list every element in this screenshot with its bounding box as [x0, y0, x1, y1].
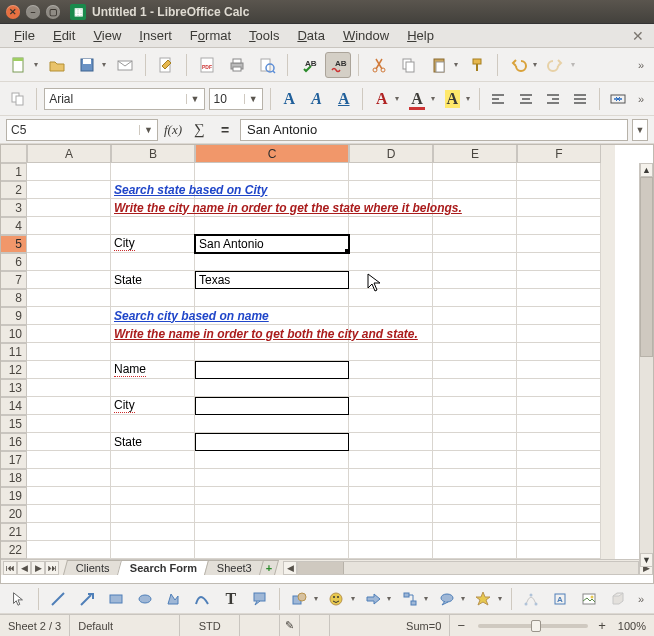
menu-window[interactable]: Window: [335, 25, 397, 46]
row-header-17[interactable]: 17: [1, 451, 27, 469]
zoom-slider[interactable]: [478, 624, 588, 628]
cell-F2[interactable]: [517, 181, 601, 199]
name-box[interactable]: C5▼: [6, 119, 158, 141]
highlight-button[interactable]: A: [405, 86, 428, 112]
export-pdf-button[interactable]: PDF: [194, 52, 220, 78]
cell-D19[interactable]: [349, 487, 433, 505]
cell-A13[interactable]: [27, 379, 111, 397]
cell-D14[interactable]: [349, 397, 433, 415]
extrusion-button[interactable]: [605, 586, 630, 612]
line-tool-button[interactable]: [46, 586, 71, 612]
menu-file[interactable]: File: [6, 25, 43, 46]
cell-C13[interactable]: [195, 379, 349, 397]
flowchart-button[interactable]: [397, 586, 422, 612]
edit-button[interactable]: [153, 52, 179, 78]
row-header-16[interactable]: 16: [1, 433, 27, 451]
col-header-F[interactable]: F: [517, 145, 601, 163]
cell-B1[interactable]: [111, 163, 195, 181]
cell-A3[interactable]: [27, 199, 111, 217]
cell-C18[interactable]: [195, 469, 349, 487]
cell-B5[interactable]: City: [111, 235, 195, 253]
align-center-button[interactable]: [514, 86, 537, 112]
cell-C21[interactable]: [195, 523, 349, 541]
new-button[interactable]: [6, 52, 32, 78]
arrow-line-tool-button[interactable]: [75, 586, 100, 612]
cell-E11[interactable]: [433, 343, 517, 361]
cell-A22[interactable]: [27, 541, 111, 559]
cell-E9[interactable]: [433, 307, 517, 325]
underline-button[interactable]: A: [332, 86, 355, 112]
align-right-button[interactable]: [541, 86, 564, 112]
cell-F19[interactable]: [517, 487, 601, 505]
scroll-left-button[interactable]: ◀: [283, 561, 297, 575]
cell-E19[interactable]: [433, 487, 517, 505]
cell-E8[interactable]: [433, 289, 517, 307]
basic-shapes-button[interactable]: [287, 586, 312, 612]
cell-B13[interactable]: [111, 379, 195, 397]
cell-B10[interactable]: Write the name in order to get both the …: [111, 325, 195, 343]
cell-F10[interactable]: [517, 325, 601, 343]
auto-spellcheck-button[interactable]: ABC: [325, 52, 351, 78]
tab-prev-button[interactable]: ◀: [17, 561, 31, 575]
copy-button[interactable]: [396, 52, 422, 78]
add-sheet-button[interactable]: +: [259, 560, 279, 575]
cell-F18[interactable]: [517, 469, 601, 487]
align-justify-button[interactable]: [569, 86, 592, 112]
cell-A21[interactable]: [27, 523, 111, 541]
text-tool-button[interactable]: T: [219, 586, 244, 612]
cell-F5[interactable]: [517, 235, 601, 253]
cell-C14[interactable]: [195, 397, 349, 415]
cell-E4[interactable]: [433, 217, 517, 235]
cell-B6[interactable]: [111, 253, 195, 271]
cell-F7[interactable]: [517, 271, 601, 289]
menu-tools[interactable]: Tools: [241, 25, 287, 46]
col-header-B[interactable]: B: [111, 145, 195, 163]
bold-button[interactable]: A: [278, 86, 301, 112]
menu-view[interactable]: View: [85, 25, 129, 46]
zoom-in-button[interactable]: +: [594, 618, 610, 633]
row-header-13[interactable]: 13: [1, 379, 27, 397]
cell-A4[interactable]: [27, 217, 111, 235]
cell-D16[interactable]: [349, 433, 433, 451]
cell-C16[interactable]: [195, 433, 349, 451]
cell-F21[interactable]: [517, 523, 601, 541]
cell-A10[interactable]: [27, 325, 111, 343]
row-header-14[interactable]: 14: [1, 397, 27, 415]
undo-button[interactable]: [505, 52, 531, 78]
cell-C12[interactable]: [195, 361, 349, 379]
cell-A9[interactable]: [27, 307, 111, 325]
cell-F11[interactable]: [517, 343, 601, 361]
cell-F20[interactable]: [517, 505, 601, 523]
row-header-8[interactable]: 8: [1, 289, 27, 307]
cell-A5[interactable]: [27, 235, 111, 253]
toolbar-overflow-button[interactable]: »: [634, 593, 648, 605]
cell-E5[interactable]: [433, 235, 517, 253]
spellcheck-button[interactable]: ABC: [295, 52, 321, 78]
window-maximize-button[interactable]: ▢: [46, 5, 60, 19]
cell-D5[interactable]: [349, 235, 433, 253]
cell-B19[interactable]: [111, 487, 195, 505]
points-button[interactable]: [519, 586, 544, 612]
row-header-19[interactable]: 19: [1, 487, 27, 505]
cell-C15[interactable]: [195, 415, 349, 433]
cell-B12[interactable]: Name: [111, 361, 195, 379]
row-header-3[interactable]: 3: [1, 199, 27, 217]
status-sheet[interactable]: Sheet 2 / 3: [0, 615, 70, 636]
cell-A11[interactable]: [27, 343, 111, 361]
sheet-tab-search form[interactable]: Search Form: [117, 560, 210, 575]
symbol-shapes-button[interactable]: [324, 586, 349, 612]
row-header-1[interactable]: 1: [1, 163, 27, 181]
cell-B8[interactable]: [111, 289, 195, 307]
cell-C22[interactable]: [195, 541, 349, 559]
cell-B9[interactable]: Search city based on name: [111, 307, 195, 325]
callout-tool-button[interactable]: [247, 586, 272, 612]
status-signature[interactable]: [300, 615, 330, 636]
cell-F1[interactable]: [517, 163, 601, 181]
row-header-6[interactable]: 6: [1, 253, 27, 271]
window-minimize-button[interactable]: –: [26, 5, 40, 19]
cell-E18[interactable]: [433, 469, 517, 487]
row-header-9[interactable]: 9: [1, 307, 27, 325]
tab-last-button[interactable]: ⏭: [45, 561, 59, 575]
row-header-7[interactable]: 7: [1, 271, 27, 289]
col-header-A[interactable]: A: [27, 145, 111, 163]
